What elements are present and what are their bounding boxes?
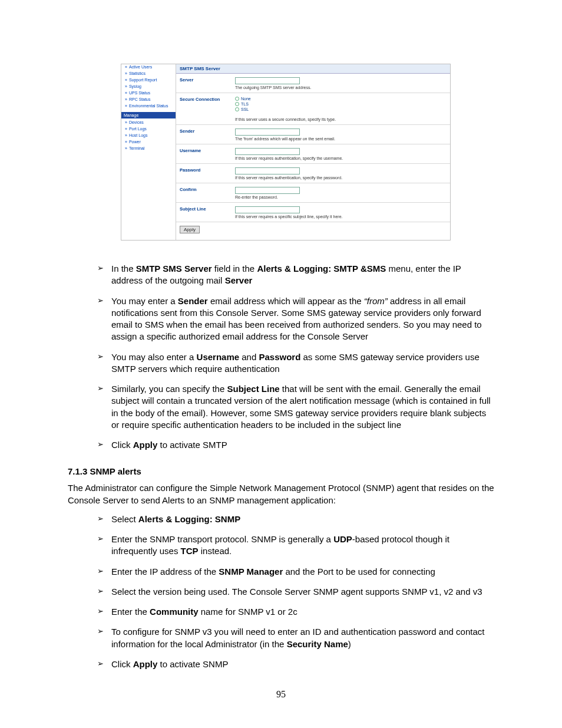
radio-icon bbox=[235, 107, 239, 111]
subject-input[interactable] bbox=[235, 206, 300, 213]
password-help: If this server requires authentication, … bbox=[235, 176, 447, 180]
text: UDP bbox=[333, 534, 352, 544]
label-username: Username bbox=[180, 148, 230, 160]
step-apply: Click Apply to activate SMTP bbox=[97, 439, 494, 451]
text: and the Port to be used for connecting bbox=[283, 566, 435, 577]
label-secure: Secure Connection bbox=[180, 97, 230, 121]
text: Subject Line bbox=[227, 384, 279, 394]
snmp-step-manager: Enter the IP address of the SNMP Manager… bbox=[97, 566, 494, 578]
snmp-intro: The Administrator can configure the Simp… bbox=[68, 482, 494, 506]
snmp-step-version: Select the version being used. The Conso… bbox=[97, 586, 494, 598]
password-input[interactable] bbox=[235, 167, 300, 174]
text: Password bbox=[259, 352, 300, 362]
nav-active-users[interactable]: Active Users bbox=[121, 64, 176, 70]
nav-host-logs[interactable]: Host Logs bbox=[121, 133, 176, 138]
radio-ssl-label: SSL bbox=[241, 107, 249, 111]
text: Click bbox=[111, 659, 133, 669]
radio-tls[interactable]: TLS bbox=[235, 102, 447, 106]
step-sender: You may enter a Sender email address whi… bbox=[97, 295, 494, 343]
text: “from” bbox=[364, 296, 388, 306]
text: Apply bbox=[133, 659, 158, 669]
nav-syslog[interactable]: Syslog bbox=[121, 84, 176, 89]
text: SMTP SMS Server bbox=[136, 263, 212, 274]
radio-none[interactable]: None bbox=[235, 97, 447, 101]
snmp-step-community: Enter the Community name for SNMP v1 or … bbox=[97, 606, 494, 618]
label-confirm: Confirm bbox=[180, 187, 230, 199]
text: Select the version being used. The Conso… bbox=[111, 587, 482, 597]
secure-help: If this server uses a secure connection,… bbox=[235, 117, 447, 121]
radio-ssl[interactable]: SSL bbox=[235, 107, 447, 111]
row-password: Password If this server requires authent… bbox=[176, 164, 450, 183]
sidebar: Active Users Statistics Support Report S… bbox=[121, 64, 176, 240]
text: Similarly, you can specify the bbox=[111, 384, 227, 394]
step-subject: Similarly, you can specify the Subject L… bbox=[97, 383, 494, 431]
text: Enter the SNMP transport protocol. SNMP … bbox=[111, 534, 333, 544]
text: Username bbox=[197, 352, 240, 362]
server-input[interactable] bbox=[235, 77, 300, 84]
text: Sender bbox=[178, 296, 208, 306]
text: Security Name bbox=[287, 639, 348, 649]
text: name for SNMP v1 or 2c bbox=[199, 607, 297, 617]
username-input[interactable] bbox=[235, 148, 300, 155]
snmp-step-transport: Enter the SNMP transport protocol. SNMP … bbox=[97, 533, 494, 558]
text: and bbox=[239, 352, 259, 362]
text: to activate SNMP bbox=[157, 659, 228, 669]
text: SNMP Manager bbox=[219, 566, 283, 577]
row-subject: Subject Line If this server requires a s… bbox=[176, 203, 450, 222]
snmp-step-select: Select Alerts & Logging: SNMP bbox=[97, 513, 494, 525]
text: In the bbox=[111, 263, 136, 274]
nav-rpc-status[interactable]: RPC Status bbox=[121, 97, 176, 102]
server-help: The outgoing SMTP SMS server address. bbox=[235, 85, 447, 90]
username-help: If this server requires authentication, … bbox=[235, 156, 447, 160]
step-auth: You may also enter a Username and Passwo… bbox=[97, 351, 494, 375]
text: Alerts & Logging: SMTP &SMS bbox=[257, 263, 386, 274]
text: field in the bbox=[212, 263, 257, 274]
text: Click bbox=[111, 440, 133, 450]
row-sender: Sender The 'from' address which will app… bbox=[176, 125, 450, 144]
heading-snmp-alerts: 7.1.3 SNMP alerts bbox=[68, 466, 494, 476]
nav-power[interactable]: Power bbox=[121, 139, 176, 144]
text: Enter the IP address of the bbox=[111, 566, 219, 577]
nav-statistics[interactable]: Statistics bbox=[121, 71, 176, 76]
step-server: In the SMTP SMS Server field in the Aler… bbox=[97, 263, 494, 287]
label-password: Password bbox=[180, 167, 230, 180]
text: Select bbox=[111, 514, 138, 524]
text: email address which will appear as the bbox=[208, 296, 364, 306]
snmp-step-apply: Click Apply to activate SNMP bbox=[97, 658, 494, 670]
nav-terminal[interactable]: Terminal bbox=[121, 146, 176, 151]
text: Alerts & Logging: SNMP bbox=[138, 514, 240, 524]
smtp-sms-steps: In the SMTP SMS Server field in the Aler… bbox=[68, 263, 494, 451]
label-sender: Sender bbox=[180, 129, 230, 141]
text: ) bbox=[348, 639, 351, 649]
nav-support-report[interactable]: Support Report bbox=[121, 77, 176, 83]
text: to activate SMTP bbox=[157, 440, 227, 450]
radio-icon bbox=[235, 97, 239, 101]
text: You may also enter a bbox=[111, 352, 197, 362]
subject-help: If this server requires a specific subje… bbox=[235, 215, 447, 219]
nav-ups-status[interactable]: UPS Status bbox=[121, 90, 176, 95]
radio-none-label: None bbox=[241, 97, 251, 101]
radio-icon bbox=[235, 102, 239, 106]
nav-environmental-status[interactable]: Environmental Status bbox=[121, 103, 176, 108]
confirm-help: Re-enter the password. bbox=[235, 195, 447, 199]
nav-devices[interactable]: Devices bbox=[121, 120, 176, 125]
row-confirm: Confirm Re-enter the password. bbox=[176, 183, 450, 203]
sender-input[interactable] bbox=[235, 129, 300, 136]
snmp-steps: Select Alerts & Logging: SNMP Enter the … bbox=[68, 513, 494, 670]
nav-port-logs[interactable]: Port Logs bbox=[121, 126, 176, 131]
smtp-sms-screenshot: Active Users Statistics Support Report S… bbox=[121, 64, 451, 241]
sender-help: The 'from' address which will appear on … bbox=[235, 137, 447, 141]
text: Server bbox=[225, 275, 253, 285]
text: TCP bbox=[181, 546, 199, 556]
text: You may enter a bbox=[111, 296, 178, 306]
radio-tls-label: TLS bbox=[241, 102, 249, 106]
page-number: 95 bbox=[0, 689, 562, 700]
label-server: Server bbox=[180, 77, 230, 90]
panel-title: SMTP SMS Server bbox=[176, 64, 450, 74]
form-panel: SMTP SMS Server Server The outgoing SMTP… bbox=[176, 64, 450, 240]
row-secure: Secure Connection None TLS SSL If this s… bbox=[176, 93, 450, 125]
row-username: Username If this server requires authent… bbox=[176, 144, 450, 164]
snmp-step-v3: To configure for SNMP v3 you will need t… bbox=[97, 626, 494, 650]
apply-button[interactable]: Apply bbox=[180, 226, 200, 233]
confirm-input[interactable] bbox=[235, 187, 300, 194]
